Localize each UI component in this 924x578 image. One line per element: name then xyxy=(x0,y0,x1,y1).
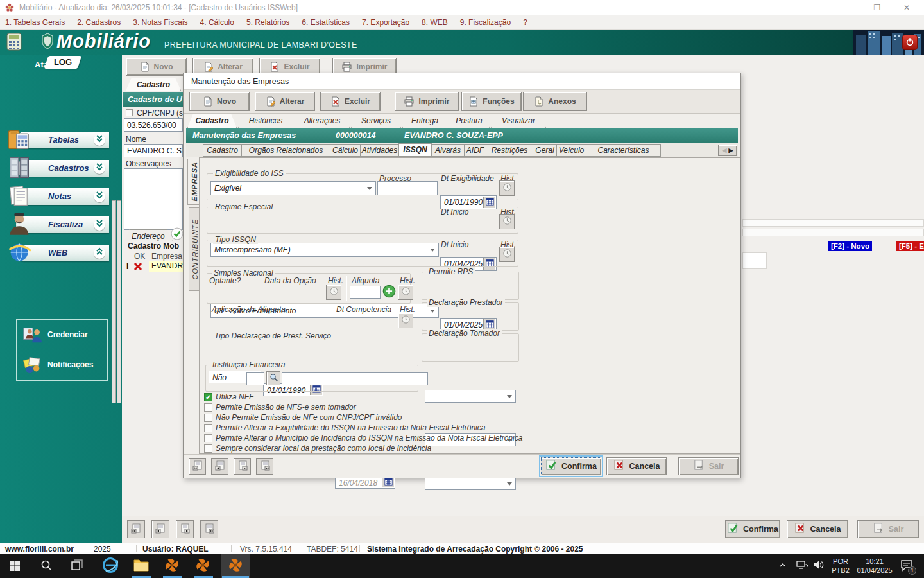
inner-tab-geral[interactable]: Geral xyxy=(533,144,557,157)
bg-tab-endereco[interactable]: Endereço xyxy=(124,229,173,241)
checkbox-utiliza-nfe[interactable]: ✔ xyxy=(204,393,212,401)
nav-prev-button[interactable] xyxy=(151,520,169,538)
taskbar-explorer-button[interactable] xyxy=(131,557,151,574)
bg-obs-textarea[interactable] xyxy=(124,168,183,230)
dialog-alterar-button[interactable]: Alterar xyxy=(255,92,315,111)
checkbox-permite-alterar-o-munic-pio-de-incid-nci[interactable] xyxy=(204,434,212,442)
chevrons-down-icon[interactable] xyxy=(94,219,105,231)
inner-tab-issqn[interactable]: ISSQN xyxy=(398,143,432,157)
chevrons-up-icon[interactable] xyxy=(94,247,105,259)
confirma-button[interactable]: Confirma xyxy=(541,457,601,475)
confirma-button[interactable]: Confirma xyxy=(725,520,780,538)
cancela-button[interactable]: Cancela xyxy=(787,520,848,538)
side-tab-empresa[interactable]: EMPRESA xyxy=(187,159,200,205)
sair-button[interactable]: Sair xyxy=(678,457,739,475)
tab-scroll-button[interactable]: ◀ ▶ xyxy=(718,144,737,156)
exigibilidade-combo[interactable]: Exigível xyxy=(210,181,376,195)
tab-alterações[interactable]: Alterações xyxy=(295,114,350,128)
chevrons-down-icon[interactable] xyxy=(94,191,105,202)
sidebar-item-fiscaliza[interactable]: Fiscaliza xyxy=(0,211,122,238)
menu-item-7[interactable]: 7. Exportação xyxy=(362,18,409,27)
power-button[interactable] xyxy=(902,35,918,50)
sidebar-item-tabelas[interactable]: Tabelas xyxy=(0,127,122,153)
permite-rps-combo[interactable] xyxy=(425,390,516,403)
inner-tab-cálculo[interactable]: Cálculo xyxy=(330,144,361,157)
tab-históricos[interactable]: Históricos xyxy=(238,114,293,128)
menu-item-2[interactable]: 2. Cadastros xyxy=(77,18,121,27)
sidebar-item-cadastros[interactable]: Cadastros xyxy=(0,155,122,182)
hist-button[interactable] xyxy=(499,180,515,196)
inner-tab-características[interactable]: Características xyxy=(586,144,661,157)
menu-item-3[interactable]: 3. Notas Fiscais xyxy=(133,18,187,27)
clock[interactable]: 10:21 01/04/2025 xyxy=(853,557,896,575)
nav-next-button[interactable] xyxy=(176,520,194,538)
tab-cadastro[interactable]: Cadastro xyxy=(187,114,237,128)
menu-item-5[interactable]: 5. Relatórios xyxy=(246,18,289,27)
bg-tab-cadastro[interactable]: Cadastro xyxy=(126,78,181,91)
restore-button[interactable]: ❐ xyxy=(868,3,887,13)
tray-expand-button[interactable] xyxy=(776,561,789,571)
nav-first-button[interactable] xyxy=(189,458,206,475)
hist-button[interactable] xyxy=(398,285,413,300)
start-button[interactable] xyxy=(5,559,24,573)
nav-last-button[interactable] xyxy=(200,520,218,538)
inner-tab-alvarás[interactable]: Alvarás xyxy=(431,144,465,157)
hist-button[interactable] xyxy=(398,313,413,328)
chevrons-down-icon[interactable] xyxy=(94,162,105,174)
sidebar-item-notificações[interactable]: Notificações xyxy=(17,353,108,381)
hist-button[interactable] xyxy=(326,285,341,300)
taskbar-app1-button[interactable] xyxy=(162,557,182,575)
menu-item-4[interactable]: 4. Cálculo xyxy=(200,18,234,27)
tab-postura[interactable]: Postura xyxy=(449,114,490,128)
sidebar-item-web[interactable]: WEB xyxy=(0,240,122,267)
close-button[interactable]: ✕ xyxy=(897,3,916,13)
inner-tab-aidf[interactable]: AIDF xyxy=(464,144,486,157)
tab-entrega[interactable]: Entrega xyxy=(402,114,447,128)
minimize-button[interactable]: – xyxy=(839,3,859,13)
dialog-excluir-button[interactable]: Excluir xyxy=(320,92,381,111)
taskbar-search-button[interactable] xyxy=(37,558,55,574)
dialog-imprimir-button[interactable]: Imprimir xyxy=(395,92,459,111)
tab-visualizar[interactable]: Visualizar xyxy=(491,114,546,128)
tab-log[interactable]: LOG xyxy=(44,56,81,69)
nav-last-button[interactable] xyxy=(256,458,273,475)
inst-fin-search-button[interactable] xyxy=(266,371,280,385)
checkbox-permite-emiss-o-de-nfs-e-sem-tomador[interactable] xyxy=(204,403,212,412)
calendar-button[interactable] xyxy=(382,477,394,487)
inner-tab-restrições[interactable]: Restrições xyxy=(486,144,533,157)
inner-tab-cadastro[interactable]: Cadastro xyxy=(203,144,242,157)
decl-tomador-combo[interactable] xyxy=(425,477,516,490)
hist-button[interactable] xyxy=(499,214,515,229)
checkbox-n-o-permite-emiss-o-de-nfe-com-cnpj-cpf-[interactable] xyxy=(204,414,212,422)
tab-serviços[interactable]: Serviços xyxy=(351,114,401,128)
menu-item-10[interactable]: ? xyxy=(523,18,527,27)
sidebar-item-notas[interactable]: Notas xyxy=(0,183,122,210)
nav-next-button[interactable] xyxy=(234,458,251,475)
chevrons-down-icon[interactable] xyxy=(94,134,105,146)
inst-fin-name-input[interactable] xyxy=(282,372,428,385)
bg-nome-input[interactable]: EVANDRO C. S xyxy=(124,144,183,157)
taskbar-app2-button[interactable] xyxy=(193,557,213,575)
dt-competencia-input[interactable]: 16/04/2018 xyxy=(335,476,395,489)
task-view-button[interactable] xyxy=(68,558,86,574)
volume-tray-button[interactable] xyxy=(811,560,826,572)
inner-tab-veículo[interactable]: Veículo xyxy=(556,144,586,157)
sidebar-item-credenciar[interactable]: Credenciar xyxy=(17,322,108,351)
nav-first-button[interactable] xyxy=(127,520,145,538)
menu-item-9[interactable]: 9. Fiscalização xyxy=(460,18,511,27)
sair-button[interactable]: Sair xyxy=(857,520,919,538)
inner-tab-orgãos-relacionados[interactable]: Orgãos Relacionados xyxy=(241,144,330,157)
menu-item-6[interactable]: 6. Estatísticas xyxy=(302,18,350,27)
language-indicator[interactable]: POR PTB2 xyxy=(829,557,852,575)
scrollbar-right[interactable] xyxy=(117,200,121,403)
checkbox-permite-alterar-a-exigibilidade-do-issqn[interactable] xyxy=(204,424,212,432)
cancela-button[interactable]: Cancela xyxy=(606,457,667,475)
taskbar-ie-button[interactable] xyxy=(100,556,121,575)
bg-row-empresa[interactable]: EVANDR xyxy=(149,261,183,272)
bg-cpf-checkbox[interactable] xyxy=(126,109,133,116)
taskbar-app3-button-active[interactable] xyxy=(221,554,250,578)
add-aliquota-button[interactable] xyxy=(382,285,396,298)
network-tray-button[interactable] xyxy=(794,560,810,572)
dialog-funções-button[interactable]: Funções xyxy=(461,92,522,111)
inst-fin-code-input[interactable] xyxy=(246,372,264,385)
